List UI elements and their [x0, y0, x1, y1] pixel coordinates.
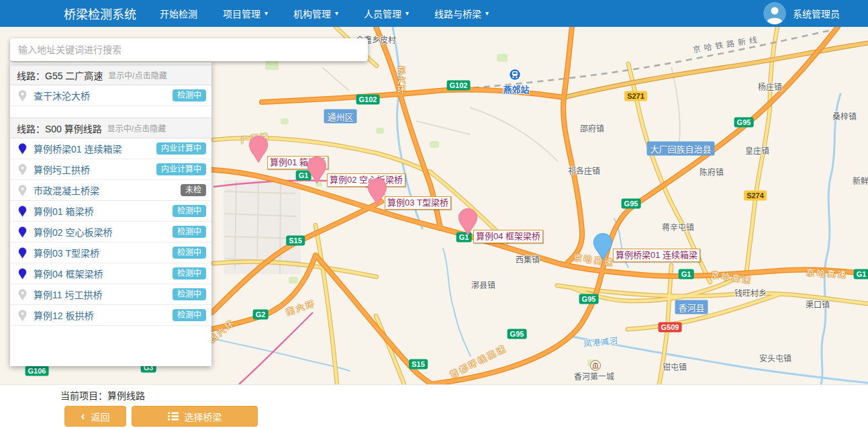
- status-badge: 检测中: [173, 89, 206, 101]
- user-avatar-icon: [763, 2, 786, 25]
- district-label: 大厂回族自治县: [646, 142, 714, 156]
- line-group-visibility-hint: 显示中/点击隐藏: [107, 122, 166, 134]
- bridge-name: 算例12 板拱桥: [34, 308, 173, 322]
- bridge-name: 算例11 圬工拱桥: [34, 288, 173, 301]
- status-badge: 检测中: [173, 267, 206, 280]
- town-label: 安头屯镇: [759, 352, 791, 363]
- map-pin-icon: [18, 164, 28, 175]
- road-shield: G102: [447, 81, 471, 91]
- bridge-name: 算例圬工拱桥: [34, 163, 156, 176]
- bridge-inspection-app: 邵府镇杨庄镇桑梓镇皇庄镇陈府镇祁各庄镇蒋辛屯镇西集镇漷县镇钱旺村乡渠口镇安头屯镇…: [0, 0, 868, 428]
- bridge-list-item[interactable]: 算例12 板拱桥检测中: [10, 305, 211, 326]
- status-badge: 检测中: [173, 309, 206, 321]
- line-group-header[interactable]: 线路：S00 算例线路显示中/点击隐藏: [10, 118, 211, 138]
- road-shield: S15: [409, 359, 428, 370]
- chevron-down-icon: ▾: [264, 10, 268, 17]
- road-shield: G95: [622, 199, 641, 209]
- line-group-1: 线路：S00 算例线路显示中/点击隐藏算例桥梁01 连续箱梁内业计算中算例圬工拱…: [10, 118, 211, 326]
- search-input[interactable]: [10, 38, 368, 61]
- chevron-left-icon: ‹: [81, 411, 85, 421]
- list-icon: [168, 412, 179, 421]
- chevron-down-icon: ▾: [485, 10, 489, 17]
- navbar: 桥梁检测系统 开始检测项目管理▾机构管理▾人员管理▾线路与桥梁▾ 系统管理员: [0, 0, 868, 27]
- status-badge: 内业计算中: [156, 142, 206, 155]
- bridge-list-item[interactable]: 算例03 T型梁桥检测中: [10, 243, 211, 263]
- town-label: 蒋辛屯镇: [662, 221, 694, 232]
- map-pin-icon: [18, 90, 28, 101]
- map-pin-icon: [18, 206, 28, 217]
- bridge-marker[interactable]: [247, 135, 270, 166]
- user-menu[interactable]: 系统管理员: [763, 2, 840, 25]
- district-label: 香河县: [675, 300, 708, 314]
- current-project-label: 当前项目：算例线路: [60, 385, 868, 402]
- bridge-marker-label: 算例03 T型梁桥: [385, 196, 451, 210]
- chevron-down-icon: ▾: [335, 10, 338, 17]
- nav-item-label: 机构管理: [293, 7, 331, 20]
- nav-item-org-mgmt[interactable]: 机构管理▾: [281, 0, 351, 27]
- train-station-icon: [509, 69, 522, 84]
- road-shield: G1: [854, 269, 868, 280]
- user-name: 系统管理员: [793, 7, 840, 20]
- bridge-name: 算例桥梁01 连续箱梁: [34, 142, 156, 155]
- bridge-list-item[interactable]: 市政混凝土桥梁未检: [10, 180, 211, 201]
- bridge-list-item[interactable]: 算例02 空心板梁桥检测中: [10, 222, 211, 243]
- map-pin-icon: [18, 268, 28, 280]
- road-shield: G2: [253, 310, 269, 320]
- town-label: 陈府镇: [700, 166, 724, 177]
- nav-item-lines-bridges[interactable]: 线路与桥梁▾: [422, 0, 501, 27]
- status-badge: 内业计算中: [156, 163, 206, 175]
- footer-bar: 当前项目：算例线路 ‹ 返回 选择桥梁: [0, 384, 868, 428]
- status-badge: 检测中: [173, 205, 206, 217]
- status-badge: 检测中: [173, 288, 206, 300]
- town-label: 钳屯镇: [663, 361, 687, 372]
- road-shield: G95: [508, 329, 527, 339]
- bridge-list-item[interactable]: 算例桥梁01 连续箱梁内业计算中: [10, 138, 211, 159]
- road-shield: G95: [734, 118, 754, 128]
- bridge-name: 算例04 框架梁桥: [34, 267, 173, 280]
- road-shield: G509: [659, 323, 682, 333]
- bridge-list-item[interactable]: 算例01 箱梁桥检测中: [10, 201, 211, 222]
- bridge-marker[interactable]: [591, 232, 614, 263]
- bridge-marker-label: 算例04 框架梁桥: [473, 230, 543, 243]
- line-group-0: 线路：G55 二广高速显示中/点击隐藏查干沐沦大桥检测中: [10, 65, 211, 106]
- nav-menu: 开始检测项目管理▾机构管理▾人员管理▾线路与桥梁▾: [147, 0, 501, 27]
- bridge-list-item[interactable]: 查干沐沦大桥检测中: [10, 85, 211, 106]
- bridge-name: 算例01 箱梁桥: [34, 204, 173, 218]
- road-shield: G106: [26, 366, 49, 376]
- bridge-name: 算例02 空心板梁桥: [34, 225, 173, 239]
- road-shield: S15: [286, 236, 305, 246]
- app-title: 桥梁检测系统: [64, 5, 136, 22]
- chevron-down-icon: ▾: [405, 10, 409, 17]
- nav-item-project-mgmt[interactable]: 项目管理▾: [210, 0, 281, 27]
- line-group-visibility-hint: 显示中/点击隐藏: [108, 69, 166, 81]
- bridge-list-item[interactable]: 算例圬工拱桥内业计算中: [10, 159, 211, 180]
- town-label: 桑梓镇: [832, 110, 857, 122]
- road-name-label: 京哈高速: [806, 265, 849, 280]
- nav-item-start-detect[interactable]: 开始检测: [147, 0, 210, 27]
- map-pin-icon: [18, 289, 28, 300]
- bridge-marker[interactable]: [305, 156, 328, 187]
- nav-item-label: 项目管理: [223, 7, 260, 20]
- nav-item-staff-mgmt[interactable]: 人员管理▾: [351, 0, 422, 27]
- bridge-list-item[interactable]: 算例11 圬工拱桥检测中: [10, 284, 211, 305]
- bridge-name: 市政混凝土桥梁: [34, 183, 181, 197]
- map-pin-icon: [18, 143, 28, 155]
- line-group-title: 线路：S00 算例线路: [17, 122, 102, 135]
- road-shield: S274: [744, 191, 767, 201]
- line-group-header[interactable]: 线路：G55 二广高速显示中/点击隐藏: [10, 65, 211, 85]
- footer-buttons: ‹ 返回 选择桥梁: [64, 406, 868, 427]
- bridge-list-item[interactable]: 算例04 框架梁桥检测中: [10, 263, 211, 284]
- road-shield: S271: [624, 91, 647, 101]
- district-label: 通州区: [324, 110, 356, 124]
- bridge-marker-label: 算例桥梁01 连续箱梁: [613, 249, 700, 262]
- map-pin-icon: [18, 226, 28, 238]
- town-label: 祁各庄镇: [568, 165, 600, 176]
- map-pin-icon: [18, 310, 28, 321]
- road-name-label: 东六环: [395, 66, 407, 95]
- map-pin-icon: [18, 185, 28, 196]
- status-badge: 未检: [181, 184, 206, 196]
- back-button[interactable]: ‹ 返回: [64, 406, 126, 427]
- nav-item-label: 线路与桥梁: [434, 7, 481, 20]
- bridge-list-panel: 线路：G55 二广高速显示中/点击隐藏查干沐沦大桥检测中线路：S00 算例线路显…: [10, 62, 211, 366]
- select-bridge-button[interactable]: 选择桥梁: [132, 406, 258, 427]
